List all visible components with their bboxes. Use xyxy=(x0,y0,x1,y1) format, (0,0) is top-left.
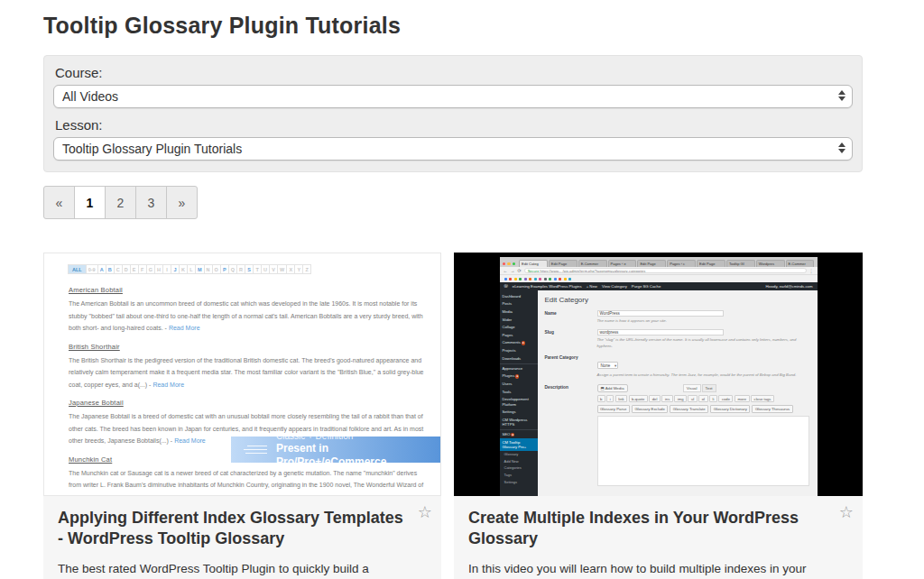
glossary-editor-button: Glossary Exclude xyxy=(632,405,668,413)
slug-label: Slug xyxy=(545,329,597,349)
page-root: Tooltip Glossary Plugin Tutorials Course… xyxy=(0,0,863,579)
glossary-term-link[interactable]: Japanese Bobtail xyxy=(69,399,424,407)
editor-toolbar-button: ol xyxy=(698,395,707,403)
alphabet-index-item[interactable]: 0-9 xyxy=(86,264,98,274)
bookmark-favicon-icon xyxy=(504,278,507,280)
read-more-link[interactable]: Read More xyxy=(174,437,206,444)
wp-sidebar-item: CM Tooltip Glossary Pro+ xyxy=(500,438,538,451)
wp-sidebar-item: CM Wordpress HTTPS xyxy=(500,416,538,428)
forward-icon: → xyxy=(511,268,515,273)
bookmark-favicon-icon xyxy=(509,278,512,280)
glossary-term-link[interactable]: American Bobtail xyxy=(69,286,424,294)
bookmark-favicon-icon xyxy=(564,278,567,280)
pagination-button[interactable]: 1 xyxy=(74,186,106,219)
wp-sidebar-item: Tags xyxy=(500,472,538,479)
read-more-link[interactable]: Read More xyxy=(169,325,200,331)
pagination-button[interactable]: » xyxy=(166,186,198,219)
admin-bar-item: View Category xyxy=(602,284,627,289)
edit-category-heading: Edit Category xyxy=(545,296,810,304)
edition-overlay-banner: Classic + Definition Present in Pro/Pro+… xyxy=(231,437,440,463)
card-info: ☆ Applying Different Index Glossary Temp… xyxy=(43,496,441,579)
pagination-button[interactable]: « xyxy=(43,186,75,219)
glossary-editor-button: Glossary Dictionary xyxy=(710,405,750,413)
course-label: Course: xyxy=(55,65,853,80)
slug-hint: The "slug" is the URL-friendly version o… xyxy=(597,337,805,349)
bookmark-favicon-icon xyxy=(559,278,561,280)
overlay-line1: Classic + Definition xyxy=(276,431,440,442)
name-field: WordPress xyxy=(597,310,724,317)
wp-admin-sidebar: DashboardPostsMediaSliderCollagePagesCom… xyxy=(500,290,538,496)
video-title[interactable]: Applying Different Index Glossary Templa… xyxy=(58,508,405,548)
video-title[interactable]: Create Multiple Indexes in Your WordPres… xyxy=(468,508,827,548)
browser-tabs: Edit CategEdit PageE-CommerPages ‹ eEdit… xyxy=(519,260,816,267)
favorite-star-icon[interactable]: ☆ xyxy=(839,502,854,522)
editor-toolbar-button: close tags xyxy=(751,395,774,403)
admin-bar-items: + NewView CategoryPurge SG Cache xyxy=(587,284,661,289)
pagination-button[interactable]: 2 xyxy=(105,186,136,219)
browser-tab: E-Commer xyxy=(786,260,815,267)
wp-sidebar-item: SEO● xyxy=(500,429,538,438)
list-lines-icon xyxy=(244,446,267,455)
wp-sidebar-item: Projects xyxy=(500,347,538,355)
browser-tab-bar: Edit CategEdit PageE-CommerPages ‹ eEdit… xyxy=(500,257,818,267)
glossary-editor-button: Glossary Translate xyxy=(670,405,708,413)
glossary-editor-button: Glossary Thesaurus xyxy=(752,405,792,413)
url-field: Secure https://www... /wp-admin/term.php… xyxy=(524,268,807,273)
video-thumbnail-wp-admin[interactable]: Edit CategEdit PageE-CommerPages ‹ eEdit… xyxy=(454,253,863,496)
wp-admin-content: Edit Category Name WordPress The name is… xyxy=(538,290,818,496)
page-title: Tooltip Glossary Plugin Tutorials xyxy=(43,13,863,39)
wp-sidebar-item: Posts xyxy=(500,300,538,308)
course-select[interactable]: All Videos xyxy=(53,85,853,108)
editor-toolbar-button: link xyxy=(615,395,627,403)
video-description: In this video you will learn how to buil… xyxy=(468,560,827,579)
glossary-term-definition: The American Bobtail is an uncommon bree… xyxy=(69,298,424,335)
slug-field: wordpress xyxy=(597,329,724,335)
lesson-select[interactable]: Tooltip Glossary Plugin Tutorials xyxy=(53,137,853,161)
bookmark-favicon-icon xyxy=(524,278,527,280)
parent-category-hint: Assign a parent term to create a hierarc… xyxy=(597,372,805,378)
bookmark-favicon-icon xyxy=(568,278,571,280)
glossary-term-definition: The Munchkin cat or Sausage cat is a new… xyxy=(69,467,424,497)
pagination-button[interactable]: 3 xyxy=(135,186,167,219)
editor-toolbar-button: ins xyxy=(661,395,672,403)
admin-bar-site: eLearning Examples WordPress Plugins xyxy=(513,284,582,289)
wp-sidebar-item: Pages xyxy=(500,331,538,339)
alphabet-index-item[interactable]: Z xyxy=(302,264,311,274)
editor-toolbar-button: del xyxy=(649,395,661,403)
wp-sidebar-item: Slider xyxy=(500,316,538,324)
editor-mode-tab: Text xyxy=(702,384,716,392)
glossary-entry: American BobtailThe American Bobtail is … xyxy=(69,286,424,335)
browser-tab: Wordpres xyxy=(756,260,785,267)
wp-sidebar-item: Media xyxy=(500,308,538,316)
menu-icon: ⋮ xyxy=(809,268,814,273)
editor-toolbar-button: b-quote xyxy=(629,395,648,403)
editor-toolbar-button: li xyxy=(709,395,717,403)
admin-bar-item: Purge SG Cache xyxy=(632,284,661,289)
alphabet-index-item[interactable]: ALL xyxy=(68,264,87,274)
editor-toolbar-button: ul xyxy=(688,395,697,403)
wp-sidebar-item: Dashboard xyxy=(500,292,538,300)
wp-sidebar-item: Glossary xyxy=(500,451,538,458)
editor-toolbar: bilinkb-quotedelinsimgulollicodemoreclos… xyxy=(597,395,809,403)
reload-icon: ⟳ xyxy=(518,268,522,273)
video-card-multiple-indexes[interactable]: Edit CategEdit PageE-CommerPages ‹ eEdit… xyxy=(454,253,863,579)
parent-category-label: Parent Category xyxy=(545,354,597,378)
wp-sidebar-item: Downloads xyxy=(500,354,538,363)
bookmark-favicon-icon xyxy=(549,278,551,280)
glossary-entry: British ShorthairThe British Shorthair i… xyxy=(69,343,424,391)
bookmark-favicon-icon xyxy=(554,278,557,280)
name-label: Name xyxy=(545,310,597,324)
read-more-link[interactable]: Read More xyxy=(152,381,184,388)
video-thumbnail-glossary[interactable]: ALL0-9ABCDEFGHIJKLMNOPQRSTUVWXYZ America… xyxy=(43,253,441,496)
video-card-glossary-templates[interactable]: ALL0-9ABCDEFGHIJKLMNOPQRSTUVWXYZ America… xyxy=(43,253,441,579)
editor-toolbar-button: more xyxy=(735,395,750,403)
glossary-term-link[interactable]: British Shorthair xyxy=(69,343,424,351)
favorite-star-icon[interactable]: ☆ xyxy=(418,502,432,522)
wp-sidebar-item: Plugins● xyxy=(500,372,538,381)
card-info: ☆ Create Multiple Indexes in Your WordPr… xyxy=(454,496,863,579)
glossary-editor-buttons: Glossary ParseGlossary ExcludeGlossary T… xyxy=(597,405,809,413)
wp-admin-bar: Ⓦ eLearning Examples WordPress Plugins +… xyxy=(500,282,818,290)
add-media-button: ⬒ Add Media xyxy=(597,384,628,392)
wp-sidebar-item: Users xyxy=(500,380,538,388)
admin-bar-item: + New xyxy=(587,284,597,289)
